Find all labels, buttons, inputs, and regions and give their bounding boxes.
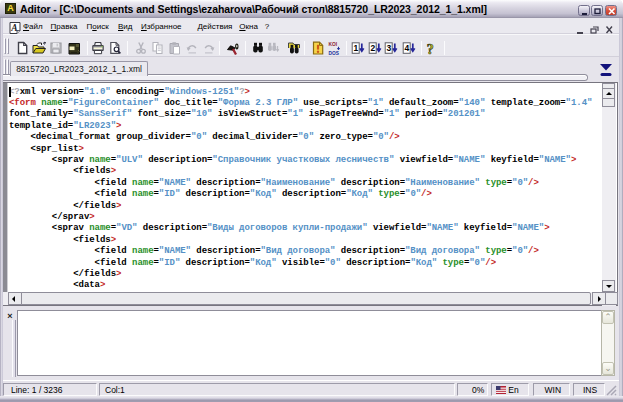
svg-text:DOS: DOS <box>329 51 340 56</box>
svg-text:2: 2 <box>371 43 376 53</box>
svg-text:KOI: KOI <box>329 42 338 47</box>
svg-text:4: 4 <box>404 43 409 53</box>
svg-text:?: ? <box>427 42 434 56</box>
svg-text:A: A <box>10 23 17 33</box>
svg-text:1: 1 <box>353 43 358 53</box>
svg-text:3: 3 <box>387 43 392 53</box>
